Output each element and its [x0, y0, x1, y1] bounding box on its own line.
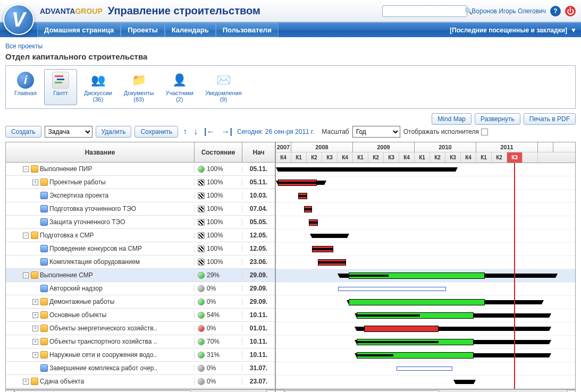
timeline-row[interactable] — [276, 376, 575, 389]
task-bar[interactable] — [278, 180, 317, 186]
timeline-row[interactable] — [276, 190, 575, 203]
print-pdf-button[interactable]: Печать в PDF — [524, 113, 576, 125]
user-link[interactable]: Воронов Игорь Олегович — [471, 7, 546, 15]
col-header-state[interactable]: Состояние — [195, 142, 242, 162]
scroll-left-icon[interactable]: ◀ — [275, 390, 284, 392]
timeline-row[interactable] — [276, 163, 575, 176]
summary-bar[interactable] — [312, 234, 348, 238]
move-down-icon[interactable]: ↓ — [192, 127, 199, 137]
tool-tab-doc[interactable]: 📁Документы(83) — [119, 69, 159, 105]
tool-tab-gantt[interactable]: Гантт — [44, 69, 77, 105]
task-row[interactable]: +Объекты энергетического хозяйств..0%01.… — [6, 322, 275, 335]
mindmap-button[interactable]: Mind Map — [432, 113, 471, 125]
timeline-row[interactable] — [276, 296, 575, 309]
col-header-name[interactable]: Название — [6, 142, 195, 162]
timeline-row[interactable] — [276, 349, 575, 362]
expander-icon[interactable]: + — [23, 379, 29, 385]
search-input[interactable] — [385, 7, 465, 15]
plan-bar[interactable] — [338, 287, 446, 291]
logout-icon[interactable]: ⏻ — [565, 6, 576, 16]
tool-tab-mail[interactable]: ✉️Уведомления(9) — [200, 69, 247, 105]
plan-bar[interactable] — [397, 367, 452, 371]
expander-icon[interactable]: − — [23, 166, 29, 172]
timeline-body[interactable] — [276, 163, 575, 389]
breadcrumb-all-projects[interactable]: Все проекты — [5, 42, 43, 50]
task-bar[interactable] — [304, 206, 312, 212]
menu-home[interactable]: Домашняя страница — [37, 23, 121, 37]
search-box[interactable]: 🔍 — [382, 5, 467, 17]
timeline-row[interactable] — [276, 256, 575, 269]
task-row[interactable]: Авторский надзор0%29.09. — [6, 282, 275, 295]
scroll-left-icon[interactable]: ◀ — [5, 390, 14, 392]
expander-icon[interactable]: − — [23, 272, 29, 278]
menu-users[interactable]: Пользователи — [216, 23, 279, 37]
move-up-icon[interactable]: ↑ — [181, 127, 189, 137]
task-row[interactable]: Завершение комплекса работ очер..0%31.07… — [6, 362, 275, 375]
col-header-start[interactable]: Нач — [242, 142, 275, 162]
task-row[interactable]: −Выполнение СМР29%29.09. — [6, 269, 275, 282]
task-row[interactable]: −Подготовка к СМР100%12.05. — [6, 229, 275, 242]
menu-calendar[interactable]: Календарь — [165, 23, 216, 37]
expand-button[interactable]: Развернуть — [475, 113, 520, 125]
task-row[interactable]: +Наружные сети и сооружения водо..31%10.… — [6, 348, 275, 362]
task-bar[interactable] — [349, 272, 484, 279]
outdent-icon[interactable]: |← — [203, 127, 216, 137]
timeline-row[interactable] — [276, 309, 575, 322]
task-row[interactable]: Подготовка уточненного ТЭО100%07.04. — [6, 202, 275, 216]
summary-bar[interactable] — [456, 380, 474, 384]
task-bar[interactable] — [312, 246, 334, 252]
help-icon[interactable]: ? — [550, 6, 561, 16]
task-row[interactable]: −Выполнение ПИР100%05.11. — [6, 163, 275, 176]
task-row[interactable]: Комплектация оборудованием100%23.06. — [6, 255, 275, 269]
task-row[interactable]: Проведение конкурсов на СМР100%12.05. — [6, 242, 275, 255]
expander-icon[interactable]: + — [32, 299, 38, 305]
task-row[interactable]: Экспертиза проекта100%10.03. — [6, 189, 275, 202]
expander-icon[interactable]: + — [32, 180, 38, 185]
timeline-row[interactable] — [276, 283, 575, 296]
scroll-right-icon[interactable]: ▶ — [266, 390, 275, 392]
scale-select[interactable]: Год — [352, 126, 400, 138]
create-button[interactable]: Создать — [5, 126, 41, 138]
task-row[interactable]: Защита уточненного ТЭО100%05.05. — [6, 216, 275, 229]
task-bar[interactable] — [364, 326, 438, 332]
summary-bar[interactable] — [278, 167, 456, 172]
show-performer-label[interactable]: Отображать исполнителя — [403, 128, 488, 135]
timeline-row[interactable] — [276, 336, 575, 349]
menu-projects[interactable]: Проекты — [121, 23, 164, 37]
indent-icon[interactable]: →| — [220, 127, 234, 137]
task-type-select[interactable]: Задача — [45, 126, 92, 138]
task-bar[interactable] — [349, 299, 484, 305]
expander-icon[interactable]: − — [23, 233, 29, 238]
task-bar[interactable] — [357, 312, 474, 319]
app-logo[interactable]: V — [3, 4, 34, 35]
delete-button[interactable]: Удалить — [96, 126, 132, 138]
timeline-hscroll[interactable]: ◀ ▶ — [275, 389, 576, 392]
task-bar[interactable] — [309, 219, 318, 226]
show-performer-checkbox[interactable] — [481, 129, 488, 135]
dropdown-icon[interactable]: ▼ — [570, 27, 577, 34]
task-bar[interactable] — [357, 339, 474, 345]
expander-icon[interactable]: + — [32, 326, 38, 331]
timeline-row[interactable] — [276, 176, 575, 190]
expander-icon[interactable]: + — [32, 352, 38, 358]
task-bar[interactable] — [357, 352, 474, 359]
timeline-row[interactable] — [276, 216, 575, 229]
timeline-row[interactable] — [276, 243, 575, 256]
bookmarks-menu[interactable]: [Последние посещенные и закладки] — [450, 27, 567, 34]
timeline-row[interactable] — [276, 322, 575, 336]
task-row[interactable]: +Демонтажные работы0%29.09. — [6, 295, 275, 309]
timeline-row[interactable] — [276, 269, 575, 283]
tool-tab-users[interactable]: 👤Участники(2) — [161, 69, 198, 105]
tool-tab-info[interactable]: iГлавная — [9, 69, 42, 105]
grid-hscroll[interactable]: ◀ ▶ — [5, 389, 275, 392]
timeline-row[interactable] — [276, 229, 575, 243]
expander-icon[interactable]: + — [32, 312, 38, 318]
task-bar[interactable] — [318, 259, 346, 266]
scroll-right-icon[interactable]: ▶ — [567, 390, 576, 392]
timeline-row[interactable] — [276, 362, 575, 376]
expander-icon[interactable]: + — [32, 339, 38, 345]
task-bar[interactable] — [298, 193, 307, 199]
save-button[interactable]: Сохранить — [134, 126, 178, 138]
task-row[interactable]: +Проектные работы100%05.11. — [6, 176, 275, 189]
tool-tab-disc[interactable]: 👥Дискуссии(36) — [79, 69, 117, 105]
